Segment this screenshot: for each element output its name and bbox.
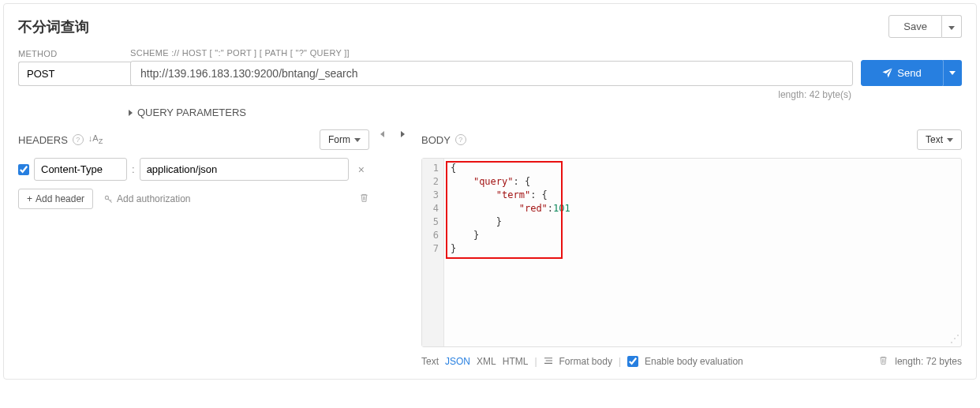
chevron-left-icon <box>380 131 384 137</box>
url-label: SCHEME :// HOST [ ":" PORT ] [ PATH [ "?… <box>130 48 853 58</box>
url-column: SCHEME :// HOST [ ":" PORT ] [ PATH [ "?… <box>130 48 853 86</box>
save-button[interactable]: Save <box>888 15 942 38</box>
body-title: BODY ? <box>421 134 466 146</box>
body-toggle-label: Text <box>926 134 943 145</box>
query-parameters-label: QUERY PARAMETERS <box>137 107 246 118</box>
header-enabled-checkbox[interactable] <box>18 164 29 175</box>
title-row: 不分词查询 Save <box>18 15 962 38</box>
code-area[interactable]: { "query": { "term": { "red":101 } } } <box>444 159 961 346</box>
headers-actions: + Add header Add authorization <box>18 189 369 209</box>
clear-headers-button[interactable] <box>359 193 369 205</box>
footer-right: length: 72 bytes <box>878 355 962 368</box>
query-parameters-toggle[interactable]: QUERY PARAMETERS <box>18 107 962 118</box>
body-editor[interactable]: 1234567 { "query": { "term": { "red":101… <box>421 158 962 347</box>
send-label: Send <box>897 67 921 79</box>
request-row: METHOD SCHEME :// HOST [ ":" PORT ] [ PA… <box>18 47 962 86</box>
body-title-text: BODY <box>421 134 451 146</box>
clear-body-button[interactable] <box>878 355 888 368</box>
save-group: Save <box>888 15 962 38</box>
sort-icon[interactable]: ↓AZ <box>88 133 103 145</box>
help-icon[interactable]: ? <box>455 134 466 145</box>
headers-title: HEADERS ? ↓AZ <box>18 133 103 145</box>
url-input[interactable] <box>130 61 853 86</box>
send-column: Send <box>861 47 962 86</box>
collapse-right-handle[interactable] <box>401 129 410 368</box>
body-view-toggle[interactable]: Text <box>917 129 962 150</box>
chevron-right-icon <box>129 110 133 116</box>
mode-xml[interactable]: XML <box>477 356 496 367</box>
enable-eval-label: Enable body evaluation <box>645 356 743 367</box>
enable-eval-checkbox[interactable] <box>627 356 638 367</box>
request-card: 不分词查询 Save METHOD SCHEME :// HOST [ ":" … <box>3 3 977 380</box>
add-header-label: Add header <box>36 193 84 204</box>
send-group: Send <box>861 60 962 86</box>
header-remove-button[interactable]: × <box>353 163 369 176</box>
mode-json[interactable]: JSON <box>445 356 470 367</box>
add-auth-label: Add authorization <box>117 193 190 204</box>
line-gutter: 1234567 <box>422 159 444 346</box>
mode-html[interactable]: HTML <box>503 356 529 367</box>
send-spacer <box>861 47 962 57</box>
mode-text[interactable]: Text <box>421 356 439 367</box>
caret-down-icon <box>948 26 955 30</box>
collapse-left-handle[interactable] <box>380 129 390 368</box>
body-panel-header: BODY ? Text <box>421 129 962 150</box>
url-length-text: length: 42 byte(s) <box>18 89 962 100</box>
method-select[interactable] <box>18 62 122 86</box>
plus-icon: + <box>27 193 32 204</box>
headers-panel: HEADERS ? ↓AZ Form : × + Add h <box>18 129 369 368</box>
caret-down-icon <box>354 138 361 142</box>
chevron-right-icon <box>401 131 405 137</box>
send-icon <box>882 68 892 78</box>
headers-title-text: HEADERS <box>18 134 68 146</box>
trash-icon <box>878 355 888 365</box>
method-label: METHOD <box>18 49 122 58</box>
caret-down-icon <box>947 138 953 142</box>
separator: | <box>534 356 537 367</box>
header-name-input[interactable] <box>34 158 127 181</box>
header-colon: : <box>132 163 135 175</box>
headers-view-toggle[interactable]: Form <box>320 129 369 150</box>
help-icon[interactable]: ? <box>73 134 84 145</box>
add-header-button[interactable]: + Add header <box>18 189 93 209</box>
body-panel: BODY ? Text 1234567 { "query": { "term":… <box>421 129 962 368</box>
header-row: : × <box>18 158 369 181</box>
send-button[interactable]: Send <box>861 60 943 86</box>
format-body-button[interactable]: Format body <box>559 356 612 367</box>
caret-down-icon <box>949 71 956 75</box>
method-column: METHOD <box>18 49 122 86</box>
separator: | <box>619 356 621 367</box>
form-toggle-label: Form <box>328 134 350 145</box>
trash-icon <box>359 193 369 203</box>
resize-handle-icon[interactable]: ⋰ <box>950 335 959 345</box>
headers-panel-header: HEADERS ? ↓AZ Form <box>18 129 369 150</box>
key-icon <box>104 195 113 204</box>
header-value-input[interactable] <box>140 158 349 181</box>
page-title: 不分词查询 <box>18 17 89 36</box>
main-area: HEADERS ? ↓AZ Form : × + Add h <box>18 129 962 368</box>
body-length-text: length: 72 bytes <box>895 356 962 367</box>
body-footer: Text JSON XML HTML | Format body | Enabl… <box>421 355 962 368</box>
send-dropdown-button[interactable] <box>943 60 962 86</box>
add-authorization-button[interactable]: Add authorization <box>104 193 190 204</box>
format-icon <box>544 356 553 367</box>
save-dropdown-button[interactable] <box>942 15 962 38</box>
